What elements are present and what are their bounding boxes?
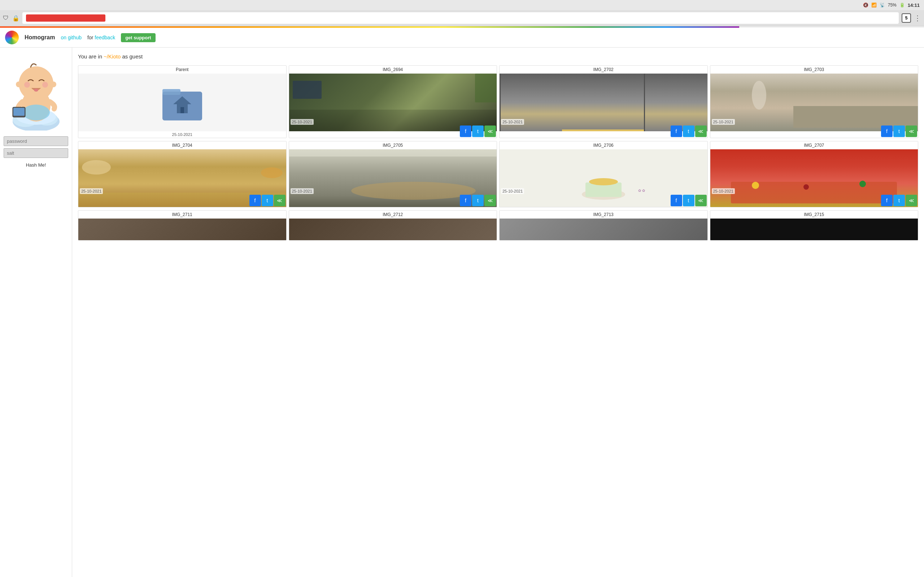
photo-actions-img2704: f t ≪ [249,194,286,207]
photo-actions-img2705: f t ≪ [459,194,497,207]
photo-title-img2706: IMG_2706 [499,141,708,149]
svg-point-7 [24,82,30,88]
photo-item-img2703[interactable]: IMG_2703 25-10-2021 f t ≪ [710,65,919,138]
facebook-share-img2705[interactable]: f [460,195,472,206]
photo-title-img2705: IMG_2705 [289,141,497,149]
tab-count[interactable]: 5 [901,13,911,23]
mascot-svg [7,51,65,131]
feedback-text: feedback [95,35,115,40]
url-redacted [26,15,105,22]
photo-actions-img2703: f t ≪ [880,125,918,138]
breadcrumb-prefix: You are in [78,53,103,60]
nav-bar: Homogram on github for feedback get supp… [0,28,924,48]
facebook-share-img2707[interactable]: f [881,195,893,206]
photo-title-img2713: IMG_2713 [499,211,708,219]
facebook-share-img2703[interactable]: f [881,126,893,137]
share-img2702[interactable]: ≪ [695,126,707,137]
photo-img2703 [710,74,918,131]
photo-img2702 [499,74,708,131]
photo-item-img2707[interactable]: IMG_2707 25-10-2021 f t ≪ [710,141,919,207]
homogram-logo[interactable] [5,31,19,44]
photo-item-img2713[interactable]: IMG_2713 [499,210,708,240]
mute-icon: 🔇 [863,3,868,8]
photo-grid-row1: Parent 25-10-2021 IMG_2694 [78,65,918,138]
browser-menu-button[interactable]: ⋮ [914,14,921,23]
photo-img2715 [710,219,918,240]
photo-item-img2711[interactable]: IMG_2711 [78,210,287,240]
photo-title-img2712: IMG_2712 [289,211,497,219]
site-title: Homogram [24,34,55,41]
photo-item-img2702[interactable]: IMG_2702 25-10-2021 f t ≪ [499,65,708,138]
breadcrumb-suffix: as guest [121,53,142,60]
photo-item-img2704[interactable]: IMG_2704 25-10-2021 f t ≪ [78,141,287,207]
lock-icon: 🔒 [12,15,19,22]
share-img2706[interactable]: ≪ [695,195,707,206]
share-img2703[interactable]: ≪ [906,126,917,137]
photo-item-img2706[interactable]: IMG_2706 ✿ ✿ 25-10-2021 f t ≪ [499,141,708,207]
share-img2707[interactable]: ≪ [906,195,917,206]
svg-point-10 [16,82,22,87]
svg-point-11 [50,82,56,87]
photo-date-img2702: 25-10-2021 [501,119,524,125]
share-img2694[interactable]: ≪ [485,126,496,137]
svg-point-9 [34,89,38,92]
salt-input[interactable] [3,148,68,158]
share-img2704[interactable]: ≪ [274,195,286,206]
svg-rect-18 [181,107,184,113]
share-img2705[interactable]: ≪ [485,195,496,206]
photo-title-img2704: IMG_2704 [78,141,286,149]
mascot-image [7,51,65,131]
password-input[interactable] [3,136,68,146]
photo-img2694 [289,74,497,131]
folder-parent-date: 25-10-2021 [78,131,286,138]
photo-item-img2694[interactable]: IMG_2694 25-10-2021 f t ≪ [289,65,498,138]
facebook-share-img2702[interactable]: f [670,126,682,137]
photo-actions-img2707: f t ≪ [880,194,918,207]
twitter-share-img2706[interactable]: t [683,195,695,206]
wifi-icon: 📶 [871,3,877,8]
feedback-link[interactable]: for feedback [87,35,115,40]
hash-button[interactable]: Hash Me! [26,162,46,168]
photo-date-img2707: 25-10-2021 [712,188,735,194]
shield-icon: 🛡 [3,15,9,21]
folder-icon-svg [161,82,204,122]
photo-actions-img2702: f t ≪ [670,125,708,138]
github-text: github [68,35,82,40]
photo-date-img2704: 25-10-2021 [80,188,103,194]
twitter-share-img2704[interactable]: t [262,195,273,206]
twitter-share-img2694[interactable]: t [472,126,484,137]
for-text: for [87,35,93,40]
folder-parent-icon-container [78,74,286,131]
facebook-share-img2694[interactable]: f [460,126,472,137]
address-bar[interactable] [23,12,899,24]
twitter-share-img2702[interactable]: t [683,126,695,137]
facebook-share-img2706[interactable]: f [670,195,682,206]
sidebar: Hash Me! [0,48,72,577]
folder-parent[interactable]: Parent 25-10-2021 [78,65,287,138]
support-button[interactable]: get support [121,33,155,42]
photo-item-img2712[interactable]: IMG_2712 [289,210,498,240]
facebook-share-img2704[interactable]: f [249,195,261,206]
breadcrumb-path: Kioto [108,53,121,60]
twitter-share-img2703[interactable]: t [893,126,905,137]
content-area: You are in ~/Kioto as guest Parent [72,48,924,577]
photo-img2713 [499,219,708,240]
twitter-share-img2705[interactable]: t [472,195,484,206]
photo-title-img2711: IMG_2711 [78,211,286,219]
browser-right-controls: 5 ⋮ [901,13,921,23]
photo-actions-img2694: f t ≪ [459,125,497,138]
github-link[interactable]: on github [61,35,82,40]
mascot-container [3,51,68,131]
photo-item-img2715[interactable]: IMG_2715 [710,210,919,240]
photo-item-img2705[interactable]: IMG_2705 25-10-2021 f t ≪ [289,141,498,207]
signal-icon: 📡 [880,3,885,8]
status-bar: 🔇 📶 📡 75% 🔋 14:11 [0,0,924,10]
on-text: on [61,35,66,40]
photo-title-img2703: IMG_2703 [710,66,918,74]
photo-title-img2702: IMG_2702 [499,66,708,74]
photo-img2711 [78,219,286,240]
breadcrumb: You are in ~/Kioto as guest [78,53,918,60]
twitter-share-img2707[interactable]: t [893,195,905,206]
svg-point-8 [42,82,48,88]
main-layout: Hash Me! You are in ~/Kioto as guest Par… [0,48,924,577]
